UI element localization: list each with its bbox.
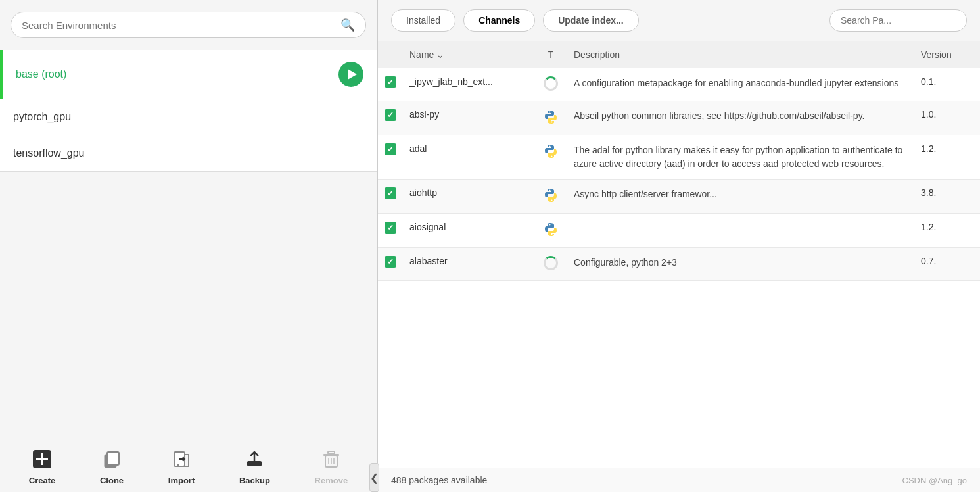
remove-button[interactable]: Remove: [315, 449, 348, 485]
checked-icon: ✓: [385, 187, 396, 199]
package-version: 0.7.: [914, 248, 980, 281]
package-description: [567, 214, 914, 248]
packages-table: Name ⌄ T Description Version ✓_ipyw_jlab…: [378, 41, 980, 468]
package-type-icon: [534, 101, 567, 135]
row-check[interactable]: ✓: [378, 180, 403, 214]
python-icon: [543, 143, 559, 159]
play-button-base[interactable]: [338, 62, 363, 87]
svg-rect-2: [36, 458, 48, 460]
package-name: absl-py: [403, 101, 534, 135]
col-version: Version: [914, 41, 980, 68]
bottom-toolbar: Create Clone Import: [0, 441, 377, 492]
import-button[interactable]: Import: [168, 449, 195, 485]
checked-icon: ✓: [385, 256, 396, 268]
env-name-pytorch-gpu: pytorch_gpu: [13, 111, 71, 123]
svg-point-15: [549, 112, 551, 113]
table-row: ✓aiosignal 1.2.: [378, 214, 980, 248]
backup-icon: [245, 449, 264, 472]
table-row: ✓aiohttp Async http client/server framew…: [378, 180, 980, 214]
import-label: Import: [168, 476, 195, 485]
tab-channels[interactable]: Channels: [463, 9, 535, 32]
create-button[interactable]: Create: [29, 449, 55, 485]
row-check[interactable]: ✓: [378, 214, 403, 248]
svg-rect-4: [107, 452, 119, 465]
package-version: 1.2.: [914, 135, 980, 180]
sort-arrow-icon: ⌄: [436, 49, 444, 60]
package-type-icon: [534, 135, 567, 180]
svg-point-18: [551, 156, 553, 157]
svg-point-22: [551, 234, 553, 235]
table-row: ✓_ipyw_jlab_nb_ext...A configuration met…: [378, 68, 980, 101]
python-icon: [543, 109, 559, 125]
package-description: Async http client/server framewor...: [567, 180, 914, 214]
package-description: Configurable, python 2+3: [567, 248, 914, 281]
tab-update-index[interactable]: Update index...: [543, 9, 639, 32]
col-description: Description: [567, 41, 914, 68]
package-description: The adal for python library makes it eas…: [567, 135, 914, 180]
svg-rect-10: [328, 451, 335, 454]
env-name-base: base (root): [16, 68, 66, 80]
table-header-row: Name ⌄ T Description Version: [378, 41, 980, 68]
svg-rect-7: [247, 461, 262, 466]
packages-data-table: Name ⌄ T Description Version ✓_ipyw_jlab…: [378, 41, 980, 281]
col-type: T: [534, 41, 567, 68]
col-name[interactable]: Name ⌄: [403, 41, 534, 68]
row-check[interactable]: ✓: [378, 135, 403, 180]
search-environments-input[interactable]: [22, 20, 335, 31]
right-panel: Installed Channels Update index... Name …: [378, 0, 980, 492]
watermark: CSDN @Ang_go: [902, 476, 967, 485]
package-type-icon: [534, 248, 567, 281]
package-description: Abseil python common libraries, see http…: [567, 101, 914, 135]
package-version: 1.0.: [914, 101, 980, 135]
backup-label: Backup: [239, 476, 270, 485]
package-name: aiosignal: [403, 214, 534, 248]
search-bar: 🔍: [11, 12, 366, 38]
search-packages-input[interactable]: [829, 9, 967, 32]
clone-label: Clone: [100, 476, 124, 485]
svg-point-16: [551, 122, 553, 123]
package-version: 0.1.: [914, 68, 980, 101]
checked-icon: ✓: [385, 109, 396, 121]
table-row: ✓absl-py Abseil python common libraries,…: [378, 101, 980, 135]
checked-icon: ✓: [385, 76, 396, 88]
import-icon: [172, 449, 191, 472]
conda-icon: [544, 76, 558, 91]
package-name: aiohttp: [403, 180, 534, 214]
package-type-icon: [534, 180, 567, 214]
env-item-pytorch-gpu[interactable]: pytorch_gpu: [0, 99, 377, 135]
svg-point-17: [549, 146, 551, 147]
clone-button[interactable]: Clone: [100, 449, 124, 485]
backup-button[interactable]: Backup: [239, 449, 270, 485]
row-check[interactable]: ✓: [378, 68, 403, 101]
checked-icon: ✓: [385, 143, 396, 155]
package-name: _ipyw_jlab_nb_ext...: [403, 68, 534, 101]
tab-installed[interactable]: Installed: [391, 9, 455, 32]
package-description: A configuration metapackage for enabling…: [567, 68, 914, 101]
svg-point-19: [549, 190, 551, 191]
svg-point-21: [549, 224, 551, 226]
col-check: [378, 41, 403, 68]
remove-label: Remove: [315, 476, 348, 485]
python-icon: [543, 187, 559, 203]
create-label: Create: [29, 476, 55, 485]
left-panel: 🔍 base (root) pytorch_gpu tensorflow_gpu: [0, 0, 378, 492]
row-check[interactable]: ✓: [378, 101, 403, 135]
package-type-icon: [534, 68, 567, 101]
create-icon: [32, 449, 52, 472]
search-environments-button[interactable]: 🔍: [340, 18, 355, 32]
conda-icon: [544, 256, 558, 270]
top-bar: Installed Channels Update index...: [378, 0, 980, 41]
package-version: 1.2.: [914, 214, 980, 248]
table-row: ✓adal The adal for python library makes …: [378, 135, 980, 180]
search-container: 🔍: [0, 0, 377, 50]
remove-icon: [321, 449, 341, 472]
row-check[interactable]: ✓: [378, 248, 403, 281]
collapse-panel-button[interactable]: ❮: [369, 463, 379, 492]
env-item-base[interactable]: base (root): [0, 50, 377, 99]
package-count: 488 packages available: [391, 475, 487, 485]
package-version: 3.8.: [914, 180, 980, 214]
env-item-tensorflow-gpu[interactable]: tensorflow_gpu: [0, 135, 377, 172]
environment-list: base (root) pytorch_gpu tensorflow_gpu: [0, 50, 377, 441]
env-name-tensorflow-gpu: tensorflow_gpu: [13, 147, 85, 159]
package-type-icon: [534, 214, 567, 248]
